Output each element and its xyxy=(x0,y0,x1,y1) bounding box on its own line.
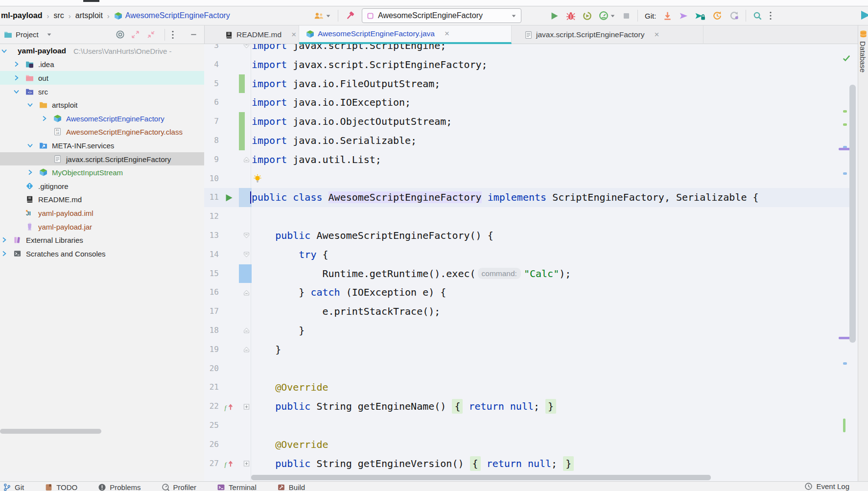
fold-marker-icon[interactable] xyxy=(243,346,250,353)
error-stripe-mark[interactable] xyxy=(843,419,845,432)
git-update-button[interactable] xyxy=(663,11,672,21)
error-stripe-mark[interactable] xyxy=(843,110,847,113)
maximize-icon[interactable] xyxy=(131,25,140,44)
code-line-18[interactable]: 18} xyxy=(204,321,849,340)
intention-bulb-icon[interactable] xyxy=(253,174,262,184)
code-line-4[interactable]: 4import javax.script.ScriptEngineFactory… xyxy=(204,55,849,74)
project-tree[interactable]: yaml-payloadC:\Users\VanHurts\OneDrive -… xyxy=(0,44,204,473)
search-everywhere-button[interactable] xyxy=(753,11,762,21)
code-line-13[interactable]: 13public AwesomeScriptEngineFactory() { xyxy=(204,226,849,245)
tree-item--idea[interactable]: .idea xyxy=(0,58,204,71)
code-line-11[interactable]: 11public class AwesomeScriptEngineFactor… xyxy=(204,188,849,207)
chevron-right-icon[interactable] xyxy=(41,115,47,121)
code-line-19[interactable]: 19} xyxy=(204,340,849,359)
overriding-method-icon[interactable]: f xyxy=(224,459,233,468)
history-button[interactable] xyxy=(712,11,722,21)
tree-item-src[interactable]: <>src xyxy=(0,85,204,98)
tree-item-yaml-payload-iml[interactable]: JIyaml-payload.iml xyxy=(0,206,204,220)
editor-tab[interactable]: README.md× xyxy=(218,25,299,44)
editor-tab[interactable]: javax.script.ScriptEngineFactory× xyxy=(512,25,704,44)
kebab-menu-icon[interactable] xyxy=(171,25,174,44)
code-line-12[interactable]: 12 xyxy=(204,207,849,226)
fold-marker-icon[interactable] xyxy=(243,327,250,334)
editor-vertical-scrollbar[interactable] xyxy=(849,85,856,343)
fold-marker-icon[interactable] xyxy=(243,44,250,49)
event-log-button[interactable]: Event Log xyxy=(804,482,849,491)
build-project-button[interactable] xyxy=(345,11,355,21)
collaboration-button[interactable] xyxy=(313,12,331,20)
code-line-8[interactable]: 8import java.io.Serializable; xyxy=(204,131,849,150)
profiler-button[interactable] xyxy=(599,11,615,21)
code-line-14[interactable]: 14try { xyxy=(204,245,849,264)
code-line-17[interactable]: 17e.printStackTrace(); xyxy=(204,302,849,321)
code-line-22[interactable]: 22fpublic String getEngineName() { retur… xyxy=(204,397,849,416)
code-line-5[interactable]: 5import java.io.FileOutputStream; xyxy=(204,74,849,94)
editor-tab[interactable]: AwesomeScriptEngineFactory.java× xyxy=(299,25,512,44)
tool-window-button-terminal[interactable]: Terminal xyxy=(217,483,257,491)
debug-button[interactable] xyxy=(566,11,576,21)
more-options-button[interactable] xyxy=(769,11,772,20)
restore-icon[interactable] xyxy=(147,25,155,44)
tree-item-yaml-payload-jar[interactable]: yaml-payload.jar xyxy=(0,220,204,234)
tree-item-readme-md[interactable]: README.md xyxy=(0,193,204,207)
overriding-method-icon[interactable]: f xyxy=(224,402,233,411)
tool-window-button-problems[interactable]: Problems xyxy=(98,483,141,491)
error-stripe-mark[interactable] xyxy=(843,123,847,126)
code-line-26[interactable]: 26@Override xyxy=(204,435,849,454)
code-line-7[interactable]: 7import java.io.ObjectOutputStream; xyxy=(204,112,849,131)
tree-item-myobjectinputstream[interactable]: MyObjectInputStream xyxy=(0,165,204,179)
chevron-down-icon[interactable] xyxy=(27,142,33,148)
run-configuration-select[interactable]: AwesomeScriptEngineFactory xyxy=(362,8,521,23)
chevron-right-icon[interactable] xyxy=(13,61,20,68)
chevron-down-icon[interactable] xyxy=(47,25,52,44)
code-line-16[interactable]: 16} catch (IOException e) { xyxy=(204,283,849,302)
locate-target-icon[interactable] xyxy=(116,25,125,44)
ide-edge-icon[interactable] xyxy=(860,9,868,21)
git-push-button[interactable] xyxy=(679,11,688,21)
tree-item-javax-script-scriptenginefactory[interactable]: javax.script.ScriptEngineFactory xyxy=(0,152,204,166)
code-editor[interactable]: 3import javax.script.ScriptEngine;4impor… xyxy=(204,44,858,481)
stop-button[interactable] xyxy=(622,12,631,20)
hide-panel-icon[interactable] xyxy=(190,25,197,44)
code-line-10[interactable]: 10 xyxy=(204,169,849,188)
chevron-right-icon[interactable] xyxy=(27,169,33,176)
tree-item-awesomescriptenginefactory[interactable]: AwesomeScriptEngineFactory xyxy=(0,112,204,125)
tool-window-button-profiler[interactable]: Profiler xyxy=(162,483,197,491)
breadcrumb-item[interactable]: ml-payload xyxy=(1,11,42,20)
chevron-right-icon[interactable] xyxy=(13,74,20,81)
close-icon[interactable]: × xyxy=(652,30,661,40)
code-line-15[interactable]: 15Runtime.getRuntime().exec(command:"Cal… xyxy=(204,264,849,283)
error-stripe-mark[interactable] xyxy=(843,172,847,175)
project-tree-horizontal-scrollbar[interactable] xyxy=(0,429,101,434)
code-line-20[interactable]: 20 xyxy=(204,359,849,378)
database-tool-button[interactable]: Database xyxy=(859,41,867,72)
project-panel-title[interactable]: Project xyxy=(16,25,39,44)
code-line-3[interactable]: 3import javax.script.ScriptEngine; xyxy=(204,44,849,55)
code-line-25[interactable]: 25 xyxy=(204,416,849,435)
error-stripe-mark[interactable] xyxy=(843,362,847,365)
code-line-21[interactable]: 21@Override xyxy=(204,378,849,397)
tree-item-external-libraries[interactable]: External Libraries xyxy=(0,233,204,247)
chevron-down-icon[interactable] xyxy=(27,102,33,108)
chevron-down-icon[interactable] xyxy=(1,47,7,54)
breadcrumb-item[interactable]: artsploit xyxy=(75,11,103,20)
tool-window-button-todo[interactable]: TODO xyxy=(45,483,77,491)
chevron-right-icon[interactable] xyxy=(1,250,7,257)
tree-item-awesomescriptenginefactory-class[interactable]: 0110AwesomeScriptEngineFactory.class xyxy=(0,125,204,139)
code-line-9[interactable]: 9import java.util.List; xyxy=(204,150,849,169)
git-commit-button[interactable] xyxy=(695,11,705,21)
editor-horizontal-scrollbar[interactable] xyxy=(251,475,711,480)
breadcrumb-item[interactable]: src xyxy=(53,11,64,20)
tree-item--gitignore[interactable]: .gitignore xyxy=(0,179,204,193)
tree-item-meta-inf-services[interactable]: META-INF.services xyxy=(0,139,204,152)
fold-marker-icon[interactable] xyxy=(243,232,250,239)
code-line-27[interactable]: 27fpublic String getEngineVersion() { re… xyxy=(204,454,849,473)
run-button[interactable] xyxy=(550,11,559,21)
breadcrumb-item[interactable]: AwesomeScriptEngineFactory xyxy=(114,11,230,20)
close-icon[interactable]: × xyxy=(443,29,451,39)
fold-marker-icon[interactable] xyxy=(243,403,250,410)
fold-marker-icon[interactable] xyxy=(243,289,250,296)
tree-item-scratches-and-consoles[interactable]: Scratches and Consoles xyxy=(0,247,204,260)
close-icon[interactable]: × xyxy=(289,30,298,40)
tool-window-button-git[interactable]: Git xyxy=(3,483,24,491)
